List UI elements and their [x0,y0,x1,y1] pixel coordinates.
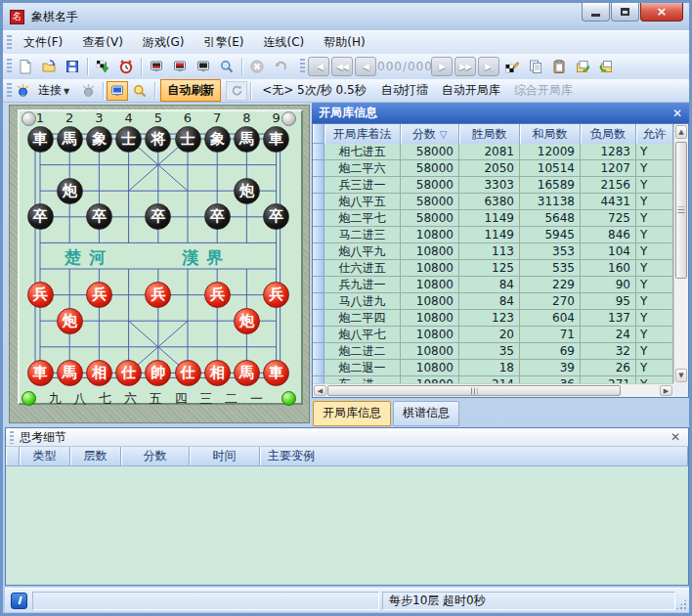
book-header-1[interactable]: 分数▽ [401,124,459,144]
prev-move-button[interactable]: ◀ [355,57,376,76]
paste-button[interactable] [547,56,571,77]
row-selector-14[interactable] [313,376,324,383]
horizontal-scroll-thumb[interactable] [327,385,621,396]
title-bar[interactable]: 名 象棋名手 × [3,3,689,30]
table-row-13[interactable]: 炮二退一10800183926Y [313,360,673,376]
piece-b-3-6[interactable]: 卒 [204,203,231,230]
row-selector-0[interactable] [313,144,324,160]
toolbar2-grip[interactable] [300,59,305,74]
row-selector-13[interactable] [313,360,324,376]
first-move-button[interactable]: |◀ [308,57,329,76]
engine-go-button[interactable] [91,56,114,77]
book-header-5[interactable]: 允许 [636,124,673,144]
piece-r-6-0[interactable]: 兵 [27,282,54,308]
fast-back-button[interactable]: ◀◀ [331,57,353,76]
book-header-2[interactable]: 胜局数 [459,124,520,144]
table-row-10[interactable]: 炮二平四10800123604137Y [313,310,673,327]
tab-book-info[interactable]: 开局库信息 [313,401,391,426]
fast-forward-button[interactable]: ▶▶ [454,57,476,76]
think-header-1[interactable]: 层数 [70,447,121,465]
menu-item-5[interactable]: 帮助(H) [314,31,374,54]
connect-icon-slot[interactable] [14,80,31,102]
scroll-down-icon[interactable]: ▼ [675,369,687,382]
next-move-button[interactable]: ▶ [431,57,453,76]
table-row-11[interactable]: 炮八平七10800207124Y [313,327,673,343]
book-header-4[interactable]: 负局数 [581,124,636,144]
menu-item-3[interactable]: 引擎(E) [195,31,254,54]
think-header-0[interactable]: 类型 [20,447,70,465]
piece-b-2-1[interactable]: 炮 [57,178,83,204]
row-selector-4[interactable] [313,210,324,227]
piece-b-0-2[interactable]: 象 [86,126,112,153]
piece-b-3-2[interactable]: 卒 [86,203,112,230]
import-book-button[interactable] [571,56,594,77]
table-row-2[interactable]: 兵三进一580003303165892156Y [313,177,673,194]
piece-b-0-1[interactable]: 馬 [57,126,83,153]
menu-item-2[interactable]: 游戏(G) [133,31,195,54]
menu-item-1[interactable]: 查看(V) [72,31,133,54]
think-panel-close-icon[interactable]: ✕ [670,430,680,444]
engine-toolbar-grip[interactable] [7,83,12,99]
piece-r-9-6[interactable]: 相 [204,360,231,386]
piece-r-9-2[interactable]: 相 [86,360,112,386]
row-selector-5[interactable] [313,227,324,243]
piece-b-0-6[interactable]: 象 [204,126,231,153]
piece-b-0-7[interactable]: 馬 [234,126,260,153]
piece-r-9-7[interactable]: 馬 [234,360,260,386]
table-row-5[interactable]: 马二进三1080011495945846Y [313,227,673,243]
piece-b-0-3[interactable]: 士 [115,126,142,153]
tab-game-info[interactable]: 棋谱信息 [393,401,459,426]
auto-arena-button[interactable]: 自动打擂 [376,80,433,101]
menu-grip[interactable] [7,35,12,51]
table-row-6[interactable]: 炮八平九10800113353104Y [313,243,673,260]
menu-item-4[interactable]: 连线(C) [253,31,314,54]
row-selector-8[interactable] [313,277,324,293]
piece-r-9-0[interactable]: 車 [27,360,54,386]
book-horizontal-scrollbar[interactable]: ◀ ▶ [313,383,673,397]
close-button[interactable]: × [640,3,683,22]
table-row-8[interactable]: 兵九进一108008422990Y [313,277,673,293]
new-file-button[interactable] [14,56,37,77]
piece-r-6-2[interactable]: 兵 [86,282,112,308]
row-selector-2[interactable] [313,177,324,194]
board-view-3-button[interactable] [192,56,215,77]
save-button[interactable] [61,56,84,77]
vertical-scroll-thumb[interactable] [675,142,687,279]
board-search-button[interactable] [128,80,151,102]
piece-r-9-8[interactable]: 車 [263,360,289,386]
maximize-button[interactable] [611,3,639,22]
piece-b-3-0[interactable]: 卒 [27,203,54,230]
scroll-left-icon[interactable]: ◀ [314,385,326,396]
think-header-3[interactable]: 时间 [190,447,260,465]
piece-b-0-5[interactable]: 士 [175,126,201,153]
copy-button[interactable] [524,56,547,77]
open-file-button[interactable] [37,56,61,77]
book-vertical-scrollbar[interactable]: ▲ ▼ [673,124,688,383]
piece-b-2-7[interactable]: 炮 [234,178,260,204]
think-panel-grip[interactable] [10,431,14,444]
book-header-0[interactable]: 开局库着法 [324,124,401,144]
table-row-14[interactable]: 车一进一1080021436271Y [313,376,673,383]
timer-button[interactable] [114,56,138,77]
piece-r-9-1[interactable]: 馬 [57,360,83,386]
board-view-2-button[interactable] [168,56,192,77]
table-row-12[interactable]: 炮二进二10800356932Y [313,343,673,360]
scroll-up-icon[interactable]: ▲ [675,125,687,139]
piece-r-9-5[interactable]: 仕 [175,360,201,386]
row-selector-7[interactable] [313,260,324,277]
export-book-button[interactable] [594,56,618,77]
piece-r-9-4[interactable]: 帥 [145,360,171,386]
piece-r-7-7[interactable]: 炮 [234,308,260,334]
edit-position-button[interactable] [500,56,524,77]
table-row-4[interactable]: 炮二平七5800011495648725Y [313,210,673,227]
table-row-9[interactable]: 马八进九108008427095Y [313,293,673,310]
auto-book-button[interactable]: 自动开局库 [437,80,505,101]
last-move-button[interactable]: ▶| [478,57,499,76]
piece-b-0-8[interactable]: 車 [263,126,289,153]
table-row-1[interactable]: 炮二平六580002050105141207Y [313,160,673,177]
monitor-toggle-button[interactable] [107,81,128,101]
piece-r-9-3[interactable]: 仕 [115,360,142,386]
search-button[interactable] [215,56,238,77]
board-view-1-button[interactable] [145,56,168,77]
book-header-3[interactable]: 和局数 [520,124,581,144]
